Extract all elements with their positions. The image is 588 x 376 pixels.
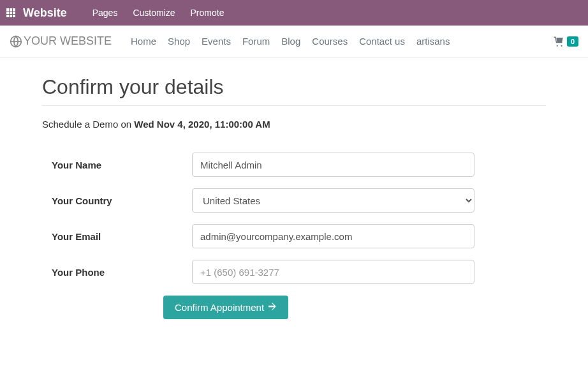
nav-shop[interactable]: Shop xyxy=(168,36,190,47)
nav-events[interactable]: Events xyxy=(202,36,231,47)
cart-icon xyxy=(553,36,564,47)
phone-input[interactable] xyxy=(192,260,474,284)
menu-promote[interactable]: Promote xyxy=(191,8,224,18)
svg-point-2 xyxy=(557,45,558,46)
details-form: Your Name Your Country United States You… xyxy=(42,153,546,319)
name-label: Your Name xyxy=(42,160,192,170)
confirm-appointment-button[interactable]: Confirm Appointment xyxy=(163,296,288,319)
logo-text: YOUR WEBSITE xyxy=(24,34,112,48)
apps-icon[interactable] xyxy=(6,8,15,17)
site-logo[interactable]: YOUR WEBSITE xyxy=(10,34,112,48)
cart-button[interactable]: 0 xyxy=(553,36,578,47)
schedule-date: Wed Nov 4, 2020, 11:00:00 AM xyxy=(134,119,270,130)
phone-label: Your Phone xyxy=(42,267,192,278)
country-label: Your Country xyxy=(42,195,192,206)
main-nav: Home Shop Events Forum Blog Courses Cont… xyxy=(131,36,553,47)
schedule-prefix: Schedule a Demo on xyxy=(42,119,134,130)
menu-pages[interactable]: Pages xyxy=(92,8,118,18)
menu-customize[interactable]: Customize xyxy=(133,8,175,18)
site-header: YOUR WEBSITE Home Shop Events Forum Blog… xyxy=(0,26,588,57)
nav-forum[interactable]: Forum xyxy=(242,36,270,47)
email-input[interactable] xyxy=(192,224,474,248)
cart-badge: 0 xyxy=(567,36,578,47)
arrow-right-icon xyxy=(268,302,277,313)
country-select[interactable]: United States xyxy=(192,188,474,213)
schedule-info: Schedule a Demo on Wed Nov 4, 2020, 11:0… xyxy=(42,119,546,130)
nav-blog[interactable]: Blog xyxy=(281,36,300,47)
nav-home[interactable]: Home xyxy=(131,36,156,47)
editor-top-bar: Website Pages Customize Promote xyxy=(0,0,588,26)
confirm-label: Confirm Appointment xyxy=(175,302,264,313)
email-label: Your Email xyxy=(42,231,192,242)
nav-contact[interactable]: Contact us xyxy=(359,36,405,47)
globe-icon xyxy=(10,35,22,48)
nav-courses[interactable]: Courses xyxy=(312,36,348,47)
nav-artisans[interactable]: artisans xyxy=(416,36,450,47)
name-input[interactable] xyxy=(192,153,474,177)
page-title: Confirm your details xyxy=(42,75,546,106)
svg-point-3 xyxy=(561,45,562,46)
editor-brand[interactable]: Website xyxy=(23,6,67,20)
